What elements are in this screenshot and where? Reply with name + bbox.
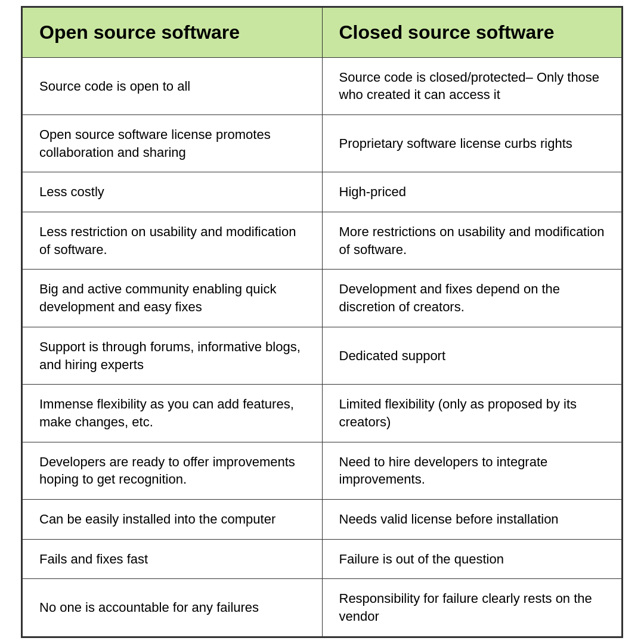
comparison-table: Open source software Closed source softw… <box>22 7 622 636</box>
open-source-cell: Source code is open to all <box>23 57 323 114</box>
closed-source-cell: Responsibility for failure clearly rests… <box>322 579 622 636</box>
open-source-cell: Can be easily installed into the compute… <box>23 499 323 539</box>
closed-source-cell: Source code is closed/protected– Only th… <box>322 57 622 114</box>
open-source-cell: Fails and fixes fast <box>23 539 323 579</box>
header-open-source: Open source software <box>23 8 323 57</box>
open-source-cell: No one is accountable for any failures <box>23 579 323 636</box>
table-row: Open source software license promotes co… <box>23 115 622 172</box>
table-row: Less costlyHigh-priced <box>23 172 622 212</box>
closed-source-cell: Proprietary software license curbs right… <box>322 115 622 172</box>
open-source-cell: Immense flexibility as you can add featu… <box>23 385 323 442</box>
open-source-cell: Support is through forums, informative b… <box>23 327 323 384</box>
closed-source-cell: Limited flexibility (only as proposed by… <box>322 385 622 442</box>
table-row: Source code is open to allSource code is… <box>23 57 622 114</box>
table-row: Support is through forums, informative b… <box>23 327 622 384</box>
closed-source-cell: More restrictions on usability and modif… <box>322 212 622 270</box>
table-row: Can be easily installed into the compute… <box>23 499 622 539</box>
comparison-table-wrapper: Open source software Closed source softw… <box>21 6 623 637</box>
table-row: Fails and fixes fastFailure is out of th… <box>23 539 622 579</box>
table-row: No one is accountable for any failuresRe… <box>23 579 622 636</box>
table-row: Immense flexibility as you can add featu… <box>23 385 622 442</box>
closed-source-cell: Failure is out of the question <box>322 539 622 579</box>
open-source-cell: Open source software license promotes co… <box>23 115 323 172</box>
open-source-cell: Less restriction on usability and modifi… <box>23 212 323 270</box>
open-source-cell: Big and active community enabling quick … <box>23 270 323 327</box>
closed-source-cell: Dedicated support <box>322 327 622 384</box>
closed-source-cell: High-priced <box>322 172 622 212</box>
open-source-cell: Less costly <box>23 172 323 212</box>
table-row: Big and active community enabling quick … <box>23 270 622 327</box>
closed-source-cell: Needs valid license before installation <box>322 499 622 539</box>
closed-source-cell: Development and fixes depend on the disc… <box>322 270 622 327</box>
closed-source-cell: Need to hire developers to integrate imp… <box>322 442 622 499</box>
header-closed-source: Closed source software <box>322 8 622 57</box>
open-source-cell: Developers are ready to offer improvemen… <box>23 442 323 499</box>
table-row: Less restriction on usability and modifi… <box>23 212 622 270</box>
table-row: Developers are ready to offer improvemen… <box>23 442 622 499</box>
